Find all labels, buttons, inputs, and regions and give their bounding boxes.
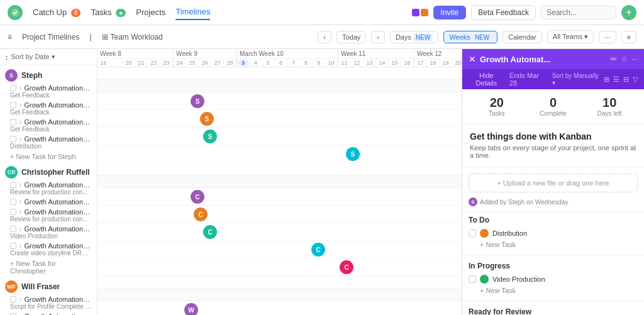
list-item[interactable]: ↕Growth Automation Profile Completion...… bbox=[0, 294, 97, 311]
filter-panel-icon[interactable]: ▽ bbox=[633, 75, 638, 84]
subnav-team-workload[interactable]: ⊞ Team Workload bbox=[102, 33, 163, 41]
list-item[interactable]: ↕Growth Automation Regional Sign-Up ... … bbox=[0, 100, 97, 117]
kanban-intro: Get things done with Kanban Keep tabs on… bbox=[462, 124, 644, 167]
kanban-checkbox[interactable] bbox=[469, 229, 476, 237]
today-button[interactable]: Today bbox=[336, 31, 366, 43]
list-item[interactable]: ↕Growth Automation Profile Completion...… bbox=[0, 241, 97, 258]
view-icon-1[interactable]: ⊞ bbox=[604, 75, 609, 84]
task-checkbox[interactable] bbox=[10, 199, 16, 205]
week-block-12: Week 12 1718 1920 2122 bbox=[414, 49, 462, 67]
task-checkbox[interactable] bbox=[10, 102, 16, 108]
list-item[interactable]: ↕Growth Automation Overview Video: Distr… bbox=[0, 134, 97, 151]
stat-tasks: 20 Tasks bbox=[469, 96, 525, 117]
new-task-christopher[interactable]: + New Task for Christopher bbox=[0, 258, 97, 277]
list-item[interactable]: ↕Growth Automation Regional Sign-Up ... … bbox=[0, 311, 97, 315]
search-input[interactable] bbox=[541, 6, 616, 19]
task-dot[interactable]: S bbox=[346, 147, 360, 161]
steph-avatar-small: S bbox=[469, 197, 477, 206]
nav-projects[interactable]: Projects bbox=[136, 5, 165, 19]
task-checkbox[interactable] bbox=[10, 136, 16, 142]
list-item[interactable]: ↕Growth Automation Overview Video: Video… bbox=[0, 224, 97, 241]
nav-catchup[interactable]: Catch Up 8 bbox=[33, 5, 80, 19]
task-checkbox[interactable] bbox=[10, 226, 16, 232]
task-checkbox[interactable] bbox=[10, 85, 16, 91]
sort-bar[interactable]: ↕ Sort by Date ▾ bbox=[0, 49, 97, 65]
new-task-steph[interactable]: + New Task for Steph bbox=[0, 151, 97, 162]
task-dot[interactable]: C bbox=[191, 190, 204, 204]
edit-icon[interactable]: ✏ bbox=[611, 55, 617, 64]
beta-feedback-button[interactable]: Beta Feedback bbox=[471, 5, 536, 20]
days-button[interactable]: Days NEW bbox=[390, 31, 438, 43]
list-item[interactable]: ↕Growth Automation Profile Completion...… bbox=[0, 180, 97, 197]
task-checkbox[interactable] bbox=[10, 296, 16, 302]
task-dot[interactable]: S bbox=[191, 94, 204, 108]
task-checkbox[interactable] bbox=[10, 182, 16, 188]
timeline-area[interactable]: Week 8 16 2021 2223 Week 9 2425 2627 28 … bbox=[97, 49, 462, 315]
task-dot[interactable]: C bbox=[340, 260, 353, 274]
section-title-inprogress: In Progress bbox=[469, 262, 638, 270]
kanban-task-row[interactable]: Distribution bbox=[469, 227, 638, 240]
christopher-header-row bbox=[97, 175, 462, 188]
workload-icon: ⊞ bbox=[102, 33, 108, 41]
new-task-todo[interactable]: + New Task bbox=[469, 240, 638, 251]
subnav-project-timelines[interactable]: Project Timelines bbox=[22, 33, 79, 41]
weeks-button[interactable]: Weeks NEW bbox=[443, 31, 497, 43]
weeks-tag: NEW bbox=[472, 33, 492, 41]
task-dot[interactable]: W bbox=[184, 303, 198, 315]
new-task-inprogress[interactable]: + New Task bbox=[469, 285, 638, 297]
upload-area[interactable]: + Upload a new file or drag one here bbox=[469, 174, 638, 192]
next-button[interactable]: › bbox=[371, 31, 385, 43]
panel-title: Growth Automat... bbox=[480, 55, 550, 64]
invite-button[interactable]: Invite bbox=[433, 6, 467, 19]
list-item[interactable]: ↕Growth Automation Overview Video: ... G… bbox=[0, 117, 97, 134]
add-button[interactable]: + bbox=[621, 5, 636, 20]
app-logo bbox=[8, 5, 23, 20]
hide-details-button[interactable]: Hide Details bbox=[469, 72, 504, 87]
task-dot[interactable]: C bbox=[194, 207, 208, 221]
more-options-button[interactable]: ··· bbox=[599, 31, 616, 43]
close-icon[interactable]: ✕ bbox=[469, 54, 476, 64]
more-panel-icon[interactable]: ··· bbox=[631, 55, 638, 64]
nav-timelines[interactable]: Timelines bbox=[175, 4, 210, 20]
task-dot[interactable]: S bbox=[203, 130, 217, 143]
all-teams-button[interactable]: All Teams ▾ bbox=[547, 30, 594, 43]
timeline-row: S bbox=[97, 128, 462, 145]
sort-manually[interactable]: Sort by Manually ▾ bbox=[552, 72, 600, 86]
sort-icon: ↕ bbox=[5, 53, 9, 61]
week-block-11: Week 11 1112 1314 1516 bbox=[338, 49, 414, 67]
list-item[interactable]: ↕Growth Automation Overview Video: ... R… bbox=[0, 207, 97, 224]
top-nav: Catch Up 8 Tasks ● Projects Timelines In… bbox=[0, 0, 644, 25]
star-icon[interactable]: ☆ bbox=[621, 55, 628, 64]
kanban-task-row[interactable]: Video Production bbox=[469, 273, 638, 285]
prev-button[interactable]: ‹ bbox=[318, 31, 331, 43]
task-dot[interactable]: C bbox=[203, 225, 217, 239]
timeline-row: C bbox=[97, 241, 462, 258]
tasks-badge: ● bbox=[116, 9, 126, 17]
timeline-row: C bbox=[97, 258, 462, 276]
filter-button[interactable]: ≡ bbox=[621, 31, 636, 43]
view-icon-2[interactable]: ☰ bbox=[613, 75, 619, 84]
sub-nav: ≡ Project Timelines | ⊞ Team Workload ‹ … bbox=[0, 25, 644, 49]
task-checkbox[interactable] bbox=[10, 119, 16, 125]
steph-header-row bbox=[97, 80, 462, 92]
nav-right: Invite Beta Feedback + bbox=[412, 5, 636, 20]
task-checkbox[interactable] bbox=[10, 243, 16, 249]
timeline-row: C bbox=[97, 206, 462, 223]
kanban-title: Get things done with Kanban bbox=[470, 131, 636, 141]
new-task-row-christopher bbox=[97, 276, 462, 289]
task-list: ↕ Sort by Date ▾ S Steph ↕Growth Automat… bbox=[0, 49, 97, 315]
nav-tasks[interactable]: Tasks ● bbox=[91, 5, 126, 19]
calendar-button[interactable]: Calendar bbox=[502, 31, 542, 43]
view-icon-3[interactable]: ⊟ bbox=[623, 75, 629, 84]
timeline-row: W bbox=[97, 301, 462, 315]
week-block-9: Week 9 2425 2627 28 bbox=[174, 49, 237, 67]
due-date: Ends Mar 28 bbox=[509, 72, 547, 87]
will-header-row bbox=[97, 289, 462, 301]
task-checkbox[interactable] bbox=[10, 209, 16, 215]
person-header-christopher: CR Christopher Ruffell bbox=[0, 162, 97, 180]
task-dot[interactable]: C bbox=[311, 243, 325, 257]
kanban-checkbox[interactable] bbox=[469, 275, 476, 283]
list-item[interactable]: ↕Growth Automation Profile Completion...… bbox=[0, 83, 97, 100]
list-item[interactable]: ↕Growth Automation Regional Sign-Up ... bbox=[0, 197, 97, 207]
task-dot[interactable]: S bbox=[200, 112, 214, 126]
